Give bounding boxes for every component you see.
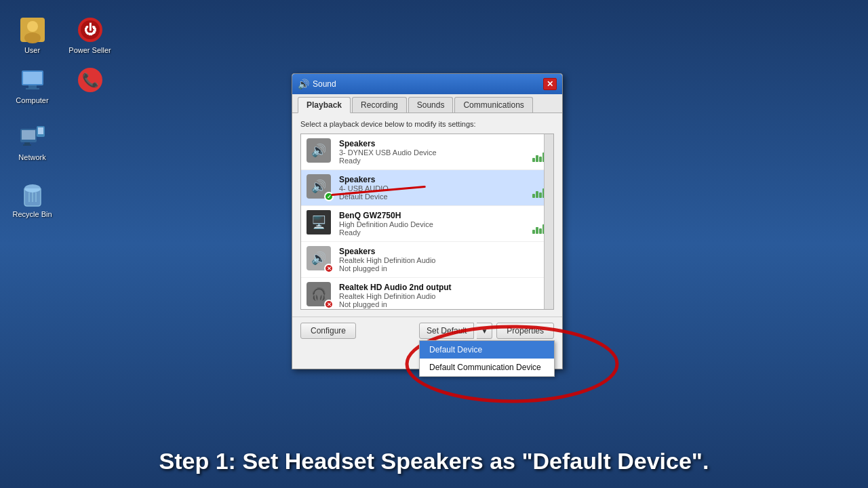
- tab-communications[interactable]: Communications: [454, 97, 532, 113]
- bar2: [536, 227, 538, 234]
- device-icon-realtek-spk: 🔊 ✕: [307, 246, 334, 273]
- bar3: [539, 228, 542, 234]
- svg-rect-7: [23, 72, 42, 84]
- device-sub-dynex: 3- DYNEX USB Audio Device: [339, 148, 532, 157]
- set-default-group: Set Default ▼ Default Device Default Com…: [419, 323, 492, 339]
- device-status-realtek-spk: Not plugged in: [339, 264, 548, 272]
- desktop-icon-power-seller[interactable]: ⏻ Power Seller: [64, 14, 115, 57]
- device-info-realtek-hd: Realtek HD Audio 2nd output Realtek High…: [339, 283, 548, 308]
- svg-text:📞: 📞: [81, 72, 98, 88]
- svg-rect-14: [24, 142, 30, 144]
- bar2: [536, 155, 538, 162]
- device-name-benq: BenQ GW2750H: [339, 211, 532, 220]
- device-item-dynex[interactable]: 🔊 Speakers 3- DYNEX USB Audio Device Rea…: [301, 134, 553, 170]
- svg-point-1: [27, 21, 38, 32]
- desktop-icon-computer-label: Computer: [16, 96, 48, 104]
- device-status-benq: Ready: [339, 228, 532, 237]
- tab-sounds[interactable]: Sounds: [408, 97, 454, 113]
- device-sub-usb: 4- USB AUDIO: [339, 184, 532, 192]
- svg-rect-17: [38, 127, 43, 134]
- desktop-icon-network-label: Network: [18, 153, 45, 161]
- device-info-realtek-spk: Speakers Realtek High Definition Audio N…: [339, 247, 548, 272]
- device-sub-realtek-hd: Realtek High Definition Audio: [339, 292, 548, 300]
- properties-button[interactable]: Properties: [496, 323, 554, 339]
- device-status-realtek-hd: Not plugged in: [339, 300, 548, 308]
- desktop-icon-user-label: User: [24, 46, 40, 54]
- svg-rect-8: [28, 85, 37, 88]
- bar1: [532, 194, 535, 198]
- tab-recording[interactable]: Recording: [352, 97, 407, 113]
- dropdown-item-default-device[interactable]: Default Device: [420, 341, 554, 359]
- sound-titlebar-icon: 🔊: [298, 79, 309, 89]
- desktop-icon-computer[interactable]: Computer: [7, 64, 58, 107]
- bar3: [539, 157, 542, 162]
- badge-red-realtek-spk: ✕: [324, 264, 334, 273]
- device-status-usb: Default Device: [339, 192, 532, 201]
- tab-playback[interactable]: Playback: [298, 97, 351, 113]
- dialog-title: Sound: [313, 79, 336, 89]
- device-sub-realtek-spk: Realtek High Definition Audio: [339, 256, 548, 264]
- set-default-button[interactable]: Set Default: [419, 323, 474, 339]
- svg-rect-15: [23, 144, 31, 146]
- device-list-scrollbar[interactable]: [544, 134, 553, 309]
- desktop-icon-user[interactable]: User: [7, 14, 58, 57]
- device-icon-realtek-hd: 🎧 ✕: [307, 282, 334, 309]
- svg-text:⏻: ⏻: [84, 22, 96, 37]
- dialog-tabs: Playback Recording Sounds Communications: [292, 94, 562, 113]
- desktop-icon-recycle-bin[interactable]: Recycle Bin: [7, 178, 58, 221]
- dialog-instruction: Select a playback device below to modify…: [300, 120, 554, 128]
- device-status-dynex: Ready: [339, 157, 532, 165]
- device-item-benq[interactable]: 🖥️ BenQ GW2750H High Definition Audio De…: [301, 206, 553, 242]
- svg-point-2: [24, 33, 41, 43]
- desktop-icon-power-seller-label: Power Seller: [68, 46, 111, 54]
- desktop-icons-container: User ⏻ Power Seller: [7, 14, 115, 221]
- configure-button[interactable]: Configure: [300, 323, 356, 339]
- device-name-dynex: Speakers: [339, 139, 532, 148]
- device-name-realtek-spk: Speakers: [339, 247, 548, 256]
- badge-green-usb: ✓: [324, 192, 334, 201]
- desktop-icon-recycle-bin-label: Recycle Bin: [12, 210, 52, 218]
- device-info-benq: BenQ GW2750H High Definition Audio Devic…: [339, 211, 532, 237]
- bar1: [532, 230, 535, 234]
- device-name-realtek-hd: Realtek HD Audio 2nd output: [339, 283, 548, 292]
- device-icon-benq: 🖥️: [307, 210, 334, 237]
- device-item-realtek-hd[interactable]: 🎧 ✕ Realtek HD Audio 2nd output Realtek …: [301, 278, 553, 310]
- device-info-usb: Speakers 4- USB AUDIO Default Device: [339, 175, 532, 201]
- device-list[interactable]: 🔊 Speakers 3- DYNEX USB Audio Device Rea…: [300, 134, 554, 310]
- desktop-icon-phone-app[interactable]: 📞: [64, 64, 115, 107]
- desktop-icon-network[interactable]: Network: [7, 121, 58, 164]
- dropdown-item-default-communication[interactable]: Default Communication Device: [420, 359, 554, 376]
- titlebar-left: 🔊 Sound: [298, 79, 336, 89]
- close-button[interactable]: ✕: [543, 78, 557, 90]
- dialog-content: Select a playback device below to modify…: [292, 113, 562, 317]
- device-item-realtek-spk[interactable]: 🔊 ✕ Speakers Realtek High Definition Aud…: [301, 242, 553, 278]
- device-sub-benq: High Definition Audio Device: [339, 220, 532, 228]
- set-default-dropdown-button[interactable]: ▼: [477, 323, 492, 339]
- dialog-action-buttons: Configure Set Default ▼ Default Device D…: [292, 317, 562, 344]
- bar1: [532, 158, 535, 162]
- device-icon-usb: 🔊 ✓: [307, 174, 334, 201]
- device-icon-dynex: 🔊: [307, 138, 334, 165]
- svg-rect-13: [22, 130, 35, 140]
- device-name-usb: Speakers: [339, 175, 532, 184]
- set-default-dropdown-menu: Default Device Default Communication Dev…: [419, 340, 555, 377]
- dialog-titlebar: 🔊 Sound ✕: [292, 74, 562, 94]
- bottom-instruction-text: Step 1: Set Headset Speakers as "Default…: [0, 448, 868, 474]
- desktop: User ⏻ Power Seller: [0, 0, 868, 488]
- bar2: [536, 191, 538, 198]
- sound-dialog: 🔊 Sound ✕ Playback Recording Sounds Comm…: [292, 73, 563, 369]
- device-info-dynex: Speakers 3- DYNEX USB Audio Device Ready: [339, 139, 532, 165]
- badge-red-realtek-hd: ✕: [324, 300, 334, 309]
- svg-rect-9: [26, 88, 39, 89]
- bar3: [539, 192, 542, 198]
- device-item-usb[interactable]: 🔊 ✓ Speakers 4- USB AUDIO Default Device: [301, 170, 553, 206]
